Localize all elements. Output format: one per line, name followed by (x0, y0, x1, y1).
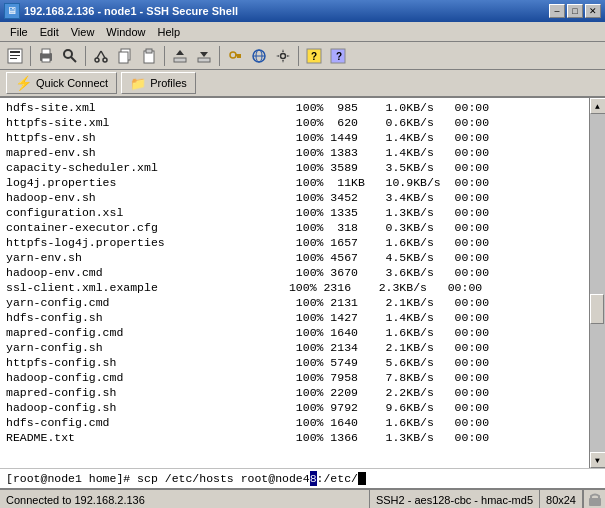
toolbar-separator-5 (298, 46, 299, 66)
scroll-track[interactable] (590, 114, 605, 452)
encryption-status: SSH2 - aes128-cbc - hmac-md5 (370, 490, 540, 508)
vertical-scrollbar[interactable]: ▲ ▼ (589, 98, 605, 468)
svg-rect-14 (119, 52, 128, 63)
menu-file[interactable]: File (4, 24, 34, 40)
toolbar-separator-2 (85, 46, 86, 66)
cut-button[interactable] (90, 45, 112, 67)
connection-status: Connected to 192.168.2.136 (0, 490, 370, 508)
menu-window[interactable]: Window (100, 24, 151, 40)
new-connection-button[interactable] (4, 45, 26, 67)
svg-rect-22 (235, 54, 241, 56)
settings-button[interactable] (272, 45, 294, 67)
svg-line-8 (71, 57, 76, 62)
title-bar: 🖥 192.168.2.136 - node1 - SSH Secure She… (0, 0, 605, 22)
app-icon: 🖥 (4, 3, 20, 19)
search-button[interactable] (59, 45, 81, 67)
svg-rect-2 (10, 55, 20, 56)
svg-point-28 (281, 53, 286, 58)
upload-button[interactable] (169, 45, 191, 67)
copy-button[interactable] (114, 45, 136, 67)
quick-connect-icon: ⚡ (15, 75, 32, 91)
status-bar: Connected to 192.168.2.136 SSH2 - aes128… (0, 488, 605, 508)
menu-view[interactable]: View (65, 24, 101, 40)
command-line[interactable]: [root@node1 home]# scp /etc/hosts root@n… (0, 468, 605, 488)
minimize-button[interactable]: – (549, 4, 565, 18)
download-button[interactable] (193, 45, 215, 67)
cmd-prompt: [root@node1 home]# scp /etc/hosts root@n… (6, 471, 310, 486)
svg-text:?: ? (311, 51, 317, 62)
svg-rect-16 (146, 49, 152, 53)
toolbar-separator-1 (30, 46, 31, 66)
help-button[interactable]: ? (303, 45, 325, 67)
svg-rect-17 (174, 58, 186, 62)
svg-rect-6 (42, 58, 50, 62)
svg-rect-3 (10, 58, 17, 59)
menu-edit[interactable]: Edit (34, 24, 65, 40)
terminal-size-status: 80x24 (540, 490, 583, 508)
svg-line-11 (97, 51, 101, 58)
svg-rect-33 (589, 498, 601, 506)
status-icon (583, 489, 605, 508)
scroll-thumb[interactable] (590, 294, 604, 324)
toolbar-separator-4 (219, 46, 220, 66)
paste-button[interactable] (138, 45, 160, 67)
svg-point-9 (95, 58, 99, 62)
svg-marker-20 (200, 52, 208, 57)
scroll-up-button[interactable]: ▲ (590, 98, 606, 114)
cmd-highlight: 8 (310, 471, 317, 486)
globe-button[interactable] (248, 45, 270, 67)
window-title: 192.168.2.136 - node1 - SSH Secure Shell (24, 5, 238, 17)
close-button[interactable]: ✕ (585, 4, 601, 18)
svg-point-10 (103, 58, 107, 62)
menu-bar: File Edit View Window Help (0, 22, 605, 42)
profiles-button[interactable]: 📁 Profiles (121, 72, 196, 94)
about-button[interactable]: ? (327, 45, 349, 67)
cmd-suffix: :/etc/ (317, 471, 358, 486)
cursor (358, 472, 366, 485)
title-controls: – □ ✕ (549, 4, 601, 18)
maximize-button[interactable]: □ (567, 4, 583, 18)
toolbar-separator-3 (164, 46, 165, 66)
terminal-output[interactable]: hdfs-site.xml 100% 985 1.0KB/s 00:00 htt… (0, 98, 589, 468)
svg-rect-24 (237, 56, 239, 58)
svg-marker-18 (176, 50, 184, 55)
profiles-icon: 📁 (130, 76, 146, 91)
svg-rect-1 (10, 51, 20, 53)
quick-connect-label: Quick Connect (36, 77, 108, 89)
terminal-container: hdfs-site.xml 100% 985 1.0KB/s 00:00 htt… (0, 98, 605, 468)
menu-help[interactable]: Help (151, 24, 186, 40)
svg-line-12 (101, 51, 105, 58)
quick-connect-button[interactable]: ⚡ Quick Connect (6, 72, 117, 94)
toolbar: ? ? (0, 42, 605, 70)
svg-rect-5 (42, 49, 50, 54)
nav-bar: ⚡ Quick Connect 📁 Profiles (0, 70, 605, 98)
print-button[interactable] (35, 45, 57, 67)
key-button[interactable] (224, 45, 246, 67)
svg-rect-23 (239, 56, 241, 58)
svg-point-7 (64, 50, 72, 58)
svg-text:?: ? (336, 51, 342, 62)
title-bar-left: 🖥 192.168.2.136 - node1 - SSH Secure She… (4, 3, 238, 19)
profiles-label: Profiles (150, 77, 187, 89)
scroll-down-button[interactable]: ▼ (590, 452, 606, 468)
svg-rect-19 (198, 58, 210, 62)
